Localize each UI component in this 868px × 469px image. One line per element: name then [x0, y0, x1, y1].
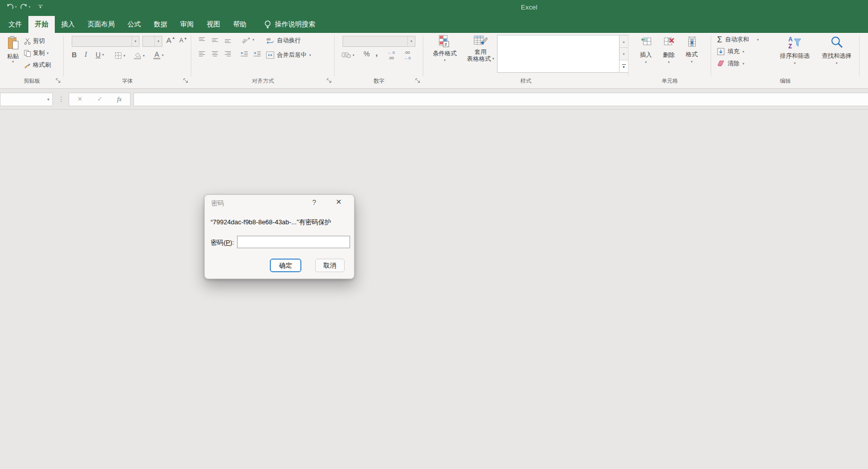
font-color-button[interactable]: A ▾ [153, 51, 164, 59]
cancel-entry-button[interactable]: ✕ [77, 95, 83, 103]
merge-center-button[interactable]: 合并后居中 ▾ [266, 51, 311, 59]
enter-entry-button[interactable]: ✓ [97, 95, 103, 103]
gallery-scroll-up-button[interactable]: ▲ [620, 35, 628, 48]
orientation-button[interactable]: ab ▾ [242, 36, 254, 44]
fill-button[interactable]: 填充 ▾ [717, 47, 744, 56]
chevron-down-icon: ▾ [102, 53, 104, 57]
italic-button[interactable]: I [85, 51, 87, 59]
fill-down-icon [717, 48, 725, 55]
borders-button[interactable]: ▾ [115, 52, 125, 59]
dialog-launcher-icon [183, 78, 188, 83]
accounting-format-button[interactable]: ▾ [342, 52, 355, 58]
clear-button[interactable]: 清除 ▾ [717, 59, 744, 68]
cancel-button[interactable]: 取消 [315, 259, 345, 272]
dialog-launcher-number[interactable] [415, 78, 421, 84]
increase-indent-icon [253, 51, 261, 57]
dialog-launcher-font[interactable] [183, 78, 189, 84]
excel-window: ▾ ▾ ▾ Excel 文件 开始 插入 页面布局 公式 数据 审阅 视图 帮助… [0, 0, 868, 469]
align-center-button[interactable] [211, 51, 219, 57]
wrap-text-button[interactable]: ab 自动换行 [266, 36, 301, 45]
font-color-bar [153, 58, 160, 59]
align-bottom-button[interactable] [224, 37, 232, 43]
titlebar: ▾ ▾ ▾ Excel [0, 0, 868, 16]
tab-formulas[interactable]: 公式 [121, 16, 147, 33]
find-select-button[interactable]: 查找和选择 ▾ [817, 34, 857, 65]
format-cells-button[interactable]: 格式 ▾ [681, 34, 702, 64]
percent-style-button[interactable]: % [364, 50, 370, 58]
align-left-icon [198, 51, 206, 57]
chevron-down-icon: ▾ [143, 54, 145, 58]
tab-page-layout[interactable]: 页面布局 [81, 16, 121, 33]
sort-filter-button[interactable]: A Z 排序和筛选 ▾ [775, 34, 815, 65]
cut-icon [24, 38, 31, 45]
align-right-button[interactable] [224, 51, 232, 57]
align-top-button[interactable] [198, 37, 206, 43]
gallery-scroll-down-button[interactable]: ▼ [620, 48, 628, 60]
chevron-down-icon: ▾ [410, 39, 412, 43]
tab-home[interactable]: 开始 [28, 16, 55, 33]
insert-function-button[interactable]: fx [117, 95, 122, 103]
align-middle-button[interactable] [211, 37, 219, 43]
svg-text:ab: ab [242, 37, 248, 44]
font-name-combo[interactable]: ▾ [72, 36, 139, 47]
tab-insert[interactable]: 插入 [55, 16, 81, 33]
dialog-launcher-alignment[interactable] [327, 78, 332, 84]
number-format-combo[interactable]: ▾ [343, 36, 415, 47]
dialog-launcher-clipboard[interactable] [56, 78, 61, 84]
group-alignment: ab ▾ ab 自动换行 合并后 [191, 33, 335, 89]
group-clipboard: 粘贴 ▾ 剪切 复制 ▾ 格式刷 剪贴板 [0, 33, 64, 89]
tell-me-search[interactable]: 操作说明搜索 [264, 16, 315, 33]
group-label-font: 字体 [64, 77, 191, 85]
format-as-table-button[interactable]: 套用 表格格式 ▾ [463, 34, 498, 62]
delete-cells-button[interactable]: 删除 ▾ [658, 34, 679, 64]
underline-button[interactable]: U ▾ [96, 51, 104, 59]
password-input[interactable] [237, 236, 350, 248]
tab-help[interactable]: 帮助 [227, 16, 253, 33]
autosum-button[interactable]: Σ 自动求和 ▾ [717, 35, 758, 44]
insert-cells-button[interactable]: 插入 ▾ [635, 34, 656, 64]
window-title: Excel [521, 3, 537, 11]
chevron-down-icon: ▾ [39, 6, 41, 9]
fill-color-button[interactable]: ▾ [133, 52, 145, 59]
group-label-editing: 编辑 [711, 77, 860, 85]
conditional-formatting-button[interactable]: ≠ 条件格式 ▾ [428, 34, 461, 62]
chevron-down-icon: ▾ [162, 53, 164, 57]
copy-button[interactable]: 复制 ▾ [24, 49, 49, 57]
formula-bar-resize-handle[interactable]: ⋮ [58, 94, 65, 105]
worksheet-canvas [0, 110, 868, 469]
shrink-font-button[interactable]: A▼ [179, 37, 187, 44]
dialog-close-button[interactable]: ✕ [333, 198, 344, 206]
tab-data[interactable]: 数据 [147, 16, 174, 33]
tab-file[interactable]: 文件 [2, 16, 28, 33]
cell-styles-gallery[interactable] [497, 35, 620, 73]
cut-button[interactable]: 剪切 [24, 37, 45, 45]
gallery-more-button[interactable]: ▼ [620, 60, 628, 72]
grow-font-button[interactable]: A▲ [166, 36, 175, 44]
tab-view[interactable]: 视图 [200, 16, 227, 33]
ribbon: 粘贴 ▾ 剪切 复制 ▾ 格式刷 剪贴板 [0, 33, 868, 89]
name-box[interactable]: ▾ [0, 93, 53, 106]
decrease-decimal-button[interactable]: .00 →.0 [403, 51, 411, 60]
tab-review[interactable]: 审阅 [174, 16, 200, 33]
customize-quick-access-button[interactable]: ▾ [37, 5, 43, 9]
increase-decimal-button[interactable]: ←.0 .00 [387, 51, 395, 60]
comma-style-button[interactable]: , [375, 49, 377, 58]
format-painter-button[interactable]: 格式刷 [24, 61, 51, 69]
redo-button[interactable]: ▾ [20, 3, 31, 10]
dialog-help-button[interactable]: ? [310, 198, 319, 206]
chevron-down-icon: ▾ [691, 60, 693, 64]
font-size-combo[interactable]: ▾ [142, 36, 162, 47]
chevron-down-icon: ▾ [743, 50, 744, 54]
align-left-button[interactable] [198, 51, 206, 57]
decrease-indent-button[interactable] [240, 51, 248, 57]
paste-button[interactable]: 粘贴 ▾ [3, 34, 23, 64]
copy-icon [24, 50, 31, 57]
gallery-scroll-buttons: ▲ ▼ ▼ [620, 35, 628, 73]
undo-button[interactable]: ▾ [6, 3, 17, 10]
conditional-formatting-icon: ≠ [438, 35, 451, 48]
formula-input[interactable] [133, 93, 868, 106]
increase-indent-button[interactable] [253, 51, 261, 57]
ok-button[interactable]: 确定 [270, 259, 301, 272]
bold-button[interactable]: B [72, 51, 77, 59]
chevron-down-icon: ▾ [157, 39, 159, 43]
